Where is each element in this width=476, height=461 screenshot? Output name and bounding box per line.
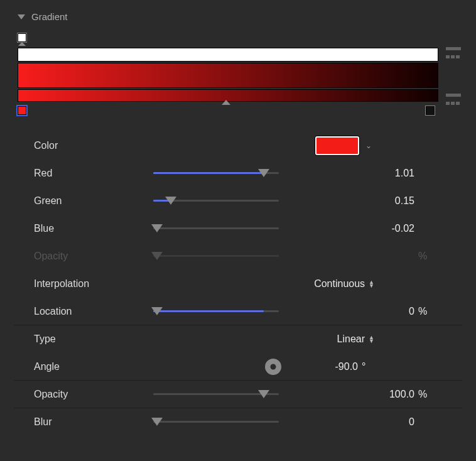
red-label: Red xyxy=(34,168,153,179)
disclosure-triangle-icon[interactable] xyxy=(18,14,25,19)
gradient-editor xyxy=(14,33,462,119)
location-unit: % xyxy=(418,306,430,317)
color-label: Color xyxy=(34,140,153,151)
slider-thumb-icon[interactable] xyxy=(151,224,163,232)
interpolation-label: Interpolation xyxy=(34,278,153,290)
red-slider[interactable] xyxy=(153,168,279,179)
param-row-red: Red 1.01 xyxy=(14,159,462,187)
param-row-type: Type Linear ▲▼ xyxy=(14,325,462,352)
distribute-color-stops-icon[interactable] xyxy=(446,94,461,105)
type-label: Type xyxy=(34,334,153,345)
green-slider[interactable] xyxy=(153,195,279,207)
opacity-stop-slider xyxy=(153,251,279,262)
param-row-opacity: Opacity 100.0 % xyxy=(14,380,462,408)
param-row-location: Location 0 % xyxy=(14,297,462,325)
param-row-color: Color ⌄ xyxy=(14,131,462,159)
opacity-slider[interactable] xyxy=(153,389,279,400)
param-row-blue: Blue -0.02 xyxy=(14,214,462,242)
blue-label: Blue xyxy=(34,223,153,234)
green-value[interactable]: 0.15 xyxy=(376,195,414,207)
opacity-stop-handle[interactable] xyxy=(18,33,26,46)
opacity-stop-label: Opacity xyxy=(34,251,153,262)
stepper-icon: ▲▼ xyxy=(369,280,374,288)
color-stop-left-swatch xyxy=(18,106,26,115)
color-stop-right-swatch xyxy=(426,106,435,115)
blue-slider[interactable] xyxy=(153,223,279,234)
angle-label: Angle xyxy=(34,361,153,372)
chevron-down-icon[interactable]: ⌄ xyxy=(365,141,372,150)
opacity-stop-unit: % xyxy=(418,251,430,262)
stop-pointer-icon xyxy=(18,42,26,46)
color-stop-left[interactable] xyxy=(18,106,26,115)
slider-thumb-icon[interactable] xyxy=(151,307,163,315)
blue-value[interactable]: -0.02 xyxy=(376,223,414,234)
opacity-stops-rail[interactable] xyxy=(18,33,435,45)
distribute-opacity-stops-icon[interactable] xyxy=(446,47,461,58)
section-title: Gradient xyxy=(31,11,68,22)
location-slider[interactable] xyxy=(153,306,279,317)
angle-value[interactable]: -90.0 xyxy=(319,361,358,372)
opacity-stop-swatch xyxy=(18,33,26,42)
color-stops-rail[interactable] xyxy=(18,105,435,119)
slider-thumb-icon[interactable] xyxy=(151,418,163,426)
section-header[interactable]: Gradient xyxy=(18,11,462,22)
slider-thumb-icon xyxy=(151,252,163,260)
location-label: Location xyxy=(34,306,153,317)
param-row-blur: Blur 0 xyxy=(14,408,462,435)
slider-thumb-icon[interactable] xyxy=(258,390,269,398)
type-dropdown[interactable]: Linear ▲▼ xyxy=(337,334,374,345)
type-value: Linear xyxy=(337,334,365,345)
opacity-label: Opacity xyxy=(34,389,153,400)
param-row-opacity-stop: Opacity % xyxy=(14,242,462,269)
param-row-angle: Angle -90.0 ° xyxy=(14,352,462,380)
green-label: Green xyxy=(34,195,153,207)
blur-slider[interactable] xyxy=(153,416,279,428)
param-row-green: Green 0.15 xyxy=(14,187,462,214)
color-stop-right[interactable] xyxy=(426,106,435,115)
angle-unit: ° xyxy=(362,361,373,372)
interpolation-value: Continuous xyxy=(314,278,365,290)
slider-thumb-icon[interactable] xyxy=(258,169,269,177)
param-row-interpolation: Interpolation Continuous ▲▼ xyxy=(14,269,462,297)
location-value[interactable]: 0 xyxy=(376,306,414,317)
opacity-value[interactable]: 100.0 xyxy=(376,389,414,400)
color-well[interactable] xyxy=(315,136,359,155)
interpolation-dropdown[interactable]: Continuous ▲▼ xyxy=(314,278,374,290)
red-value[interactable]: 1.01 xyxy=(376,168,414,179)
gradient-midpoint-icon[interactable] xyxy=(222,100,230,105)
opacity-unit: % xyxy=(418,389,430,400)
angle-dial[interactable] xyxy=(265,359,281,375)
blur-label: Blur xyxy=(34,416,153,428)
slider-thumb-icon[interactable] xyxy=(165,197,176,205)
opacity-gradient-bar[interactable] xyxy=(18,48,438,62)
color-gradient-preview-bar[interactable] xyxy=(18,63,438,88)
stepper-icon: ▲▼ xyxy=(369,335,374,343)
blur-value[interactable]: 0 xyxy=(376,416,414,428)
